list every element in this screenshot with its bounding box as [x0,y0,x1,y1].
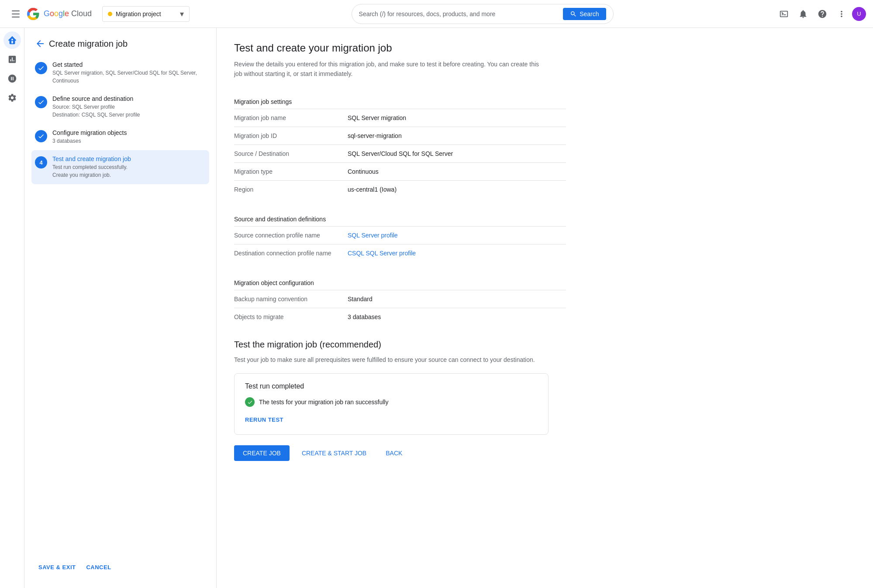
row-value: us-central1 (Iowa) [348,180,566,198]
table-row: Source connection profile name SQL Serve… [234,226,566,244]
test-section: Test the migration job (recommended) Tes… [234,340,856,435]
test-result-row: The tests for your migration job ran suc… [245,397,538,407]
row-value: Continuous [348,162,566,180]
create-job-button[interactable]: CREATE JOB [234,445,290,461]
logo-text: Google Cloud [44,9,92,18]
step-item-1[interactable]: Get started SQL Server migration, SQL Se… [31,56,209,90]
top-navigation: Google Cloud Migration project ▾ Search … [0,0,873,28]
table-row: Migration job name SQL Server migration [234,109,566,127]
migration-object-config-table: Migration object configuration Backup na… [234,272,566,326]
step-3-indicator [35,130,47,142]
main-title: Test and create your migration job [234,42,856,54]
back-button[interactable] [35,38,45,49]
more-icon-button[interactable] [833,5,850,23]
row-label: Region [234,180,348,198]
step-3-content: Configure migration objects 3 databases [52,129,206,145]
row-value: SQL Server/Cloud SQL for SQL Server [348,144,566,162]
notification-icon-button[interactable] [794,5,812,23]
search-icon [570,10,577,17]
row-label: Migration job name [234,109,348,127]
table-row: Backup naming convention Standard [234,290,566,308]
step-1-subtitle: SQL Server migration, SQL Server/Cloud S… [52,69,206,85]
help-icon-button[interactable] [814,5,831,23]
terminal-icon [779,9,789,19]
settings-icon [7,93,17,103]
help-icon [818,9,827,19]
step-4-content: Test and create migration job Test run c… [52,155,206,179]
table-row: Destination connection profile name CSQL… [234,244,566,262]
step-2-title: Define source and destination [52,95,206,102]
migration-job-settings-section: Migration job settings Migration job nam… [234,91,856,198]
step-list: Get started SQL Server migration, SQL Se… [24,56,216,554]
layers-icon [7,35,17,45]
table-row: Migration job ID sql-server-migration [234,127,566,144]
source-profile-link[interactable]: SQL Server profile [348,232,398,239]
test-section-title: Test the migration job (recommended) [234,340,856,350]
avatar[interactable]: U [852,7,866,21]
sidebar-item-settings[interactable] [3,89,21,107]
main-content: Test and create your migration job Revie… [217,28,873,588]
sidebar-item-home[interactable] [3,31,21,49]
avatar-initials: U [857,10,861,17]
section-header-row-settings: Migration job settings [234,91,566,109]
back-button-bottom[interactable]: BACK [379,445,409,461]
sidebar-item-analytics[interactable] [3,51,21,68]
test-result-title: Test run completed [245,382,538,390]
notification-icon [798,9,808,19]
source-destination-table: Source and destination definitions Sourc… [234,209,566,262]
more-vert-icon [837,9,846,19]
cancel-button[interactable]: CANCEL [83,560,114,574]
step-panel: Create migration job Get started SQL Ser… [24,28,217,588]
row-label: Source / Destination [234,144,348,162]
source-destination-section: Source and destination definitions Sourc… [234,209,856,262]
step-4-number: 4 [39,159,42,166]
destination-profile-link[interactable]: CSQL SQL Server profile [348,250,416,257]
step-4-title: Test and create migration job [52,155,206,162]
table-row: Region us-central1 (Iowa) [234,180,566,198]
row-label: Migration job ID [234,127,348,144]
step-item-2[interactable]: Define source and destination Source: SQ… [31,90,209,124]
page-title: Create migration job [49,39,128,49]
nav-icons: U [775,5,866,23]
step-4-subtitle: Test run completed successfully. Create … [52,163,206,179]
step-1-title: Get started [52,61,206,68]
row-label: Migration type [234,162,348,180]
sidebar-item-stream[interactable] [3,70,21,87]
search-button[interactable]: Search [563,8,606,20]
terminal-icon-button[interactable] [775,5,793,23]
step-2-subtitle: Source: SQL Server profile Destination: … [52,103,206,119]
row-value: SQL Server migration [348,109,566,127]
chevron-down-icon: ▾ [180,9,184,19]
step-2-indicator [35,96,47,108]
hamburger-menu[interactable] [7,5,24,23]
step-1-indicator [35,62,47,74]
section-title-source-dest: Source and destination definitions [234,209,566,227]
section-header-row-object-config: Migration object configuration [234,272,566,290]
step-item-3[interactable]: Configure migration objects 3 databases [31,124,209,150]
project-name: Migration project [116,10,176,17]
save-exit-button[interactable]: SAVE & EXIT [35,560,79,574]
step-actions: SAVE & EXIT CANCEL [24,554,216,581]
section-header-row-source-dest: Source and destination definitions [234,209,566,227]
step-2-content: Define source and destination Source: SQ… [52,95,206,119]
table-row: Objects to migrate 3 databases [234,308,566,326]
create-start-job-button[interactable]: CREATE & START JOB [295,445,373,461]
row-value: Standard [348,290,566,308]
step-4-indicator: 4 [35,156,47,168]
rerun-test-button[interactable]: RERUN TEST [245,414,283,426]
back-arrow-icon [35,38,45,49]
search-bar[interactable]: Search (/) for resources, docs, products… [352,4,614,24]
migration-job-settings-table: Migration job settings Migration job nam… [234,91,566,198]
step-3-subtitle: 3 databases [52,137,206,145]
google-logo-icon [26,7,40,21]
row-label: Backup naming convention [234,290,348,308]
bottom-actions: CREATE JOB CREATE & START JOB BACK [234,445,856,475]
test-result-card: Test run completed The tests for your mi… [234,373,549,435]
test-section-description: Test your job to make sure all prerequis… [234,355,540,364]
step-item-4[interactable]: 4 Test and create migration job Test run… [31,150,209,184]
step-panel-header: Create migration job [24,35,216,56]
project-selector[interactable]: Migration project ▾ [102,6,190,22]
section-title-object-config: Migration object configuration [234,272,566,290]
search-placeholder: Search (/) for resources, docs, products… [359,10,560,17]
table-row: Migration type Continuous [234,162,566,180]
